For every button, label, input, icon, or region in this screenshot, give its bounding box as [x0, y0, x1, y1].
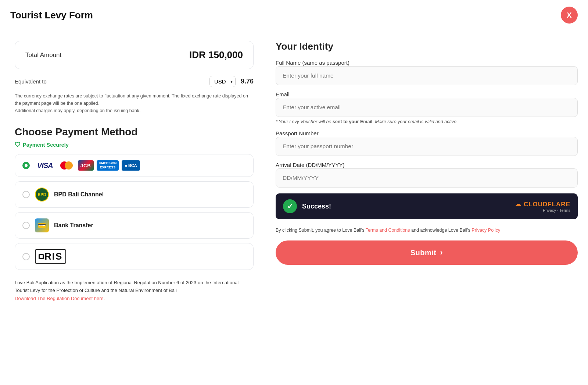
equiv-row: Equivalent to USD EUR AUD GBP SGD 9.76 [15, 76, 254, 87]
bpd-logo: BPD [35, 188, 49, 202]
radio-card[interactable] [22, 162, 30, 169]
email-label: Email [276, 91, 290, 97]
arrival-date-label: Arrival Date (DD/MM/YYYY) [276, 162, 345, 168]
footer-text: Love Bali Application as the Implementat… [15, 279, 254, 302]
qris-logo: RIS [35, 249, 66, 264]
disclaimer-line1: The currency exchange rates are subject … [15, 93, 248, 106]
identity-title: Your Identity [276, 41, 578, 52]
submit-button[interactable]: Submit › [276, 240, 578, 265]
bank-transfer-icon: 💳 [35, 218, 49, 232]
regulation-link[interactable]: Download The Regulation Document here. [15, 296, 105, 301]
secure-badge: 🛡 Payment Securely [15, 142, 254, 148]
cf-left: ✓ Success! [283, 199, 331, 213]
terms-link2[interactable]: Privacy Policy [472, 228, 500, 233]
cf-right: ☁ CLOUDFLARE Privacy · Terms [515, 200, 570, 213]
full-name-input[interactable] [276, 66, 578, 85]
email-hint: * Your Levy Voucher will be sent to your… [276, 119, 578, 124]
email-input[interactable] [276, 98, 578, 117]
terms-prefix: By clicking Submit, you agree to Love Ba… [276, 228, 366, 233]
main-layout: Total Amount IDR 150,000 Equivalent to U… [0, 29, 588, 313]
bpd-label: BPD Bali Channel [54, 191, 104, 198]
disclaimer: The currency exchange rates are subject … [15, 92, 254, 114]
left-column: Total Amount IDR 150,000 Equivalent to U… [15, 41, 254, 302]
submit-arrow-icon: › [440, 248, 443, 257]
arrival-date-input[interactable] [276, 168, 578, 188]
cf-privacy-link[interactable]: Privacy [543, 208, 556, 213]
radio-qris[interactable] [22, 253, 30, 260]
total-value: IDR 150,000 [189, 49, 243, 61]
payment-option-bpd[interactable]: BPD BPD Bali Channel [15, 181, 254, 208]
passport-label: Passport Number [276, 130, 319, 136]
cf-links: Privacy · Terms [515, 208, 570, 213]
visa-logo: VISA [35, 160, 55, 171]
jcb-logo: JCB [78, 160, 94, 171]
cloudflare-box: ✓ Success! ☁ CLOUDFLARE Privacy · Terms [276, 193, 578, 219]
header: Tourist Levy Form X [0, 0, 588, 29]
equiv-label: Equivalent to [15, 78, 204, 85]
cf-terms-link[interactable]: Terms [559, 208, 570, 213]
terms-link1[interactable]: Terms and Conditions [366, 228, 410, 233]
terms-middle: and acknowledge Love Bali's [411, 228, 472, 233]
payment-section-title: Choose Payment Method [15, 126, 254, 138]
amex-logo: AMERICANEXPRESS [97, 160, 119, 171]
bca-logo: ■ BCA [122, 160, 140, 171]
footer-body: Love Bali Application as the Implementat… [15, 280, 239, 293]
currency-wrapper[interactable]: USD EUR AUD GBP SGD [209, 76, 236, 87]
payment-option-card[interactable]: VISA JCB AMERICANEXPRESS ■ BCA [15, 154, 254, 177]
equiv-amount: 9.76 [241, 78, 254, 85]
radio-bank[interactable] [22, 222, 30, 229]
payment-option-qris[interactable]: RIS [15, 243, 254, 270]
submit-label: Submit [410, 249, 437, 257]
terms-text: By clicking Submit, you agree to Love Ba… [276, 227, 578, 234]
radio-bpd[interactable] [22, 191, 30, 198]
secure-label: Payment Securely [23, 142, 69, 148]
payment-option-bank[interactable]: 💳 Bank Transfer [15, 212, 254, 239]
page-title: Tourist Levy Form [10, 10, 93, 21]
bank-label: Bank Transfer [54, 222, 93, 229]
disclaimer-line2: Additional charges may apply, depending … [15, 108, 140, 113]
full-name-label: Full Name (same as passport) [276, 60, 349, 66]
total-label: Total Amount [25, 51, 61, 59]
cf-success-text: Success! [302, 203, 331, 210]
shield-icon: 🛡 [15, 142, 21, 148]
currency-select[interactable]: USD EUR AUD GBP SGD [209, 76, 236, 87]
cf-brand: ☁ CLOUDFLARE [515, 200, 570, 208]
mastercard-logo [58, 160, 75, 171]
passport-input[interactable] [276, 137, 578, 156]
right-column: Your Identity Full Name (same as passpor… [276, 41, 578, 302]
card-logos: VISA JCB AMERICANEXPRESS ■ BCA [35, 160, 140, 171]
close-button[interactable]: X [561, 7, 578, 24]
cf-check-icon: ✓ [283, 199, 297, 213]
total-amount-box: Total Amount IDR 150,000 [15, 41, 254, 69]
